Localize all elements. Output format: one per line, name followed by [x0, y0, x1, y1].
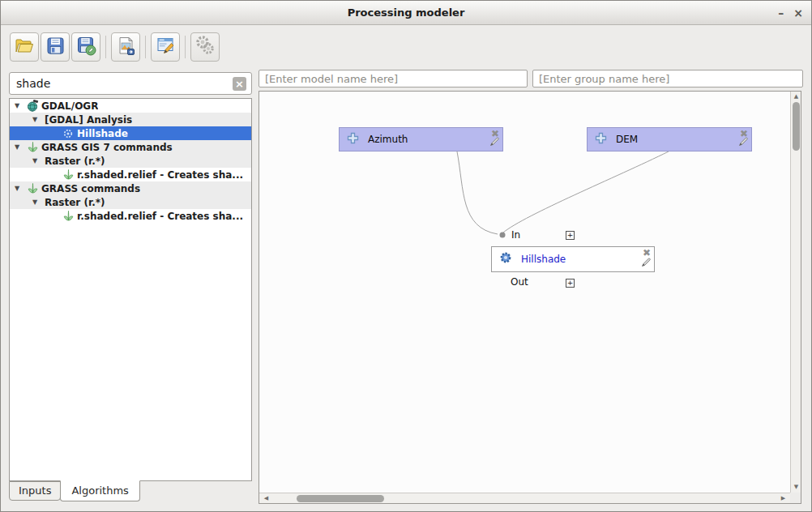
grass-icon — [27, 182, 41, 194]
scroll-down-icon[interactable]: ▼ — [791, 482, 801, 493]
tree-item-grass-commands[interactable]: ▼ GRASS commands — [10, 181, 251, 195]
edit-node-icon[interactable] — [738, 134, 749, 150]
caret-down-icon[interactable]: ▼ — [32, 198, 45, 206]
tree-item-label: Raster (r.*) — [45, 197, 105, 208]
add-input-icon — [595, 132, 607, 147]
node-label: DEM — [616, 134, 638, 145]
run-model-button[interactable] — [190, 32, 220, 62]
edit-model-help-button[interactable] — [151, 32, 180, 62]
tree-item-label: r.shaded.relief - Creates sha... — [77, 169, 243, 181]
gdal-icon — [27, 100, 41, 112]
close-button[interactable]: × — [793, 7, 803, 19]
horizontal-scrollbar[interactable]: ◀ ▶ — [259, 493, 790, 503]
tab-algorithms[interactable]: Algorithms — [60, 480, 139, 501]
edit-node-icon[interactable] — [641, 255, 652, 271]
vertical-scrollbar[interactable]: ▲ ▼ — [790, 92, 801, 493]
scroll-right-icon[interactable]: ▶ — [778, 493, 788, 504]
add-input-icon — [347, 132, 359, 147]
connection-azimuth-to-hillshade — [457, 151, 498, 234]
clear-search-icon[interactable]: × — [233, 77, 246, 91]
model-node-azimuth[interactable]: Azimuth ✖ — [339, 127, 503, 151]
save-model-as-button[interactable] — [71, 32, 100, 62]
scrollbar-corner — [790, 493, 801, 503]
caret-down-icon[interactable]: ▼ — [15, 185, 27, 192]
horizontal-scroll-thumb[interactable] — [297, 495, 384, 502]
tree-item-r-shaded-relief[interactable]: r.shaded.relief - Creates sha... — [10, 209, 251, 223]
export-as-image-button[interactable] — [111, 32, 140, 62]
open-model-button[interactable] — [10, 32, 39, 62]
export-as-image-icon — [116, 36, 136, 59]
model-canvas[interactable]: Azimuth ✖ DEM ✖ In + Hillshade ✖ Out + ▲ — [259, 91, 801, 504]
connection-dem-to-hillshade — [503, 151, 669, 233]
tab-inputs[interactable]: Inputs — [9, 481, 61, 501]
algorithm-tree: ▼ GDAL/OGR ▼ [GDAL] Analysis Hillshade ▼… — [9, 98, 252, 481]
scroll-up-icon[interactable]: ▲ — [791, 92, 801, 102]
open-model-icon — [14, 35, 35, 59]
minimize-button[interactable]: – — [778, 7, 784, 19]
caret-down-icon[interactable]: ▼ — [32, 157, 45, 164]
save-model-as-icon — [76, 36, 96, 59]
tree-item-raster-r[interactable]: ▼ Raster (r.*) — [10, 195, 251, 209]
grass-icon — [62, 210, 77, 222]
edit-model-help-icon — [156, 36, 176, 59]
toolbar-separator — [185, 36, 186, 58]
tree-item-label: GRASS GIS 7 commands — [41, 142, 173, 153]
in-anchor-label: In — [511, 229, 520, 241]
algorithm-gear-icon — [499, 251, 512, 267]
model-name-input[interactable] — [259, 70, 528, 87]
node-label: Azimuth — [368, 134, 408, 145]
caret-down-icon[interactable]: ▼ — [32, 116, 45, 123]
panel-tabs: Inputs Algorithms — [9, 481, 139, 501]
toolbar — [1, 28, 811, 66]
expand-out-button[interactable]: + — [566, 279, 575, 288]
search-input[interactable] — [10, 77, 233, 90]
save-model-button[interactable] — [41, 32, 70, 62]
algorithm-search-box: × — [9, 72, 252, 95]
model-node-hillshade[interactable]: Hillshade ✖ — [491, 246, 655, 272]
node-label: Hillshade — [521, 254, 566, 265]
window-title: Processing modeler — [348, 6, 465, 19]
toolbar-separator — [105, 36, 106, 58]
in-anchor-dot — [500, 233, 506, 238]
processing-modeler-window: Processing modeler – × — [0, 0, 812, 512]
tree-item-label: GDAL/OGR — [41, 100, 98, 112]
grass-icon — [62, 169, 77, 181]
tree-item-gdal-ogr[interactable]: ▼ GDAL/OGR — [10, 99, 251, 113]
tree-item-raster-r[interactable]: ▼ Raster (r.*) — [10, 154, 251, 168]
tree-item-label: r.shaded.relief - Creates sha... — [77, 211, 243, 222]
tree-item-label: Raster (r.*) — [45, 156, 105, 167]
connection-lines — [259, 92, 802, 505]
group-name-input[interactable] — [532, 70, 803, 87]
caret-down-icon[interactable]: ▼ — [15, 143, 27, 151]
tree-item-label: Hillshade — [77, 128, 128, 139]
gear-icon — [62, 128, 77, 139]
expand-in-button[interactable]: + — [566, 231, 575, 240]
tree-item-gdal-analysis[interactable]: ▼ [GDAL] Analysis — [10, 113, 251, 126]
tree-item-label: [GDAL] Analysis — [45, 114, 132, 126]
tree-item-label: GRASS commands — [41, 183, 140, 194]
scroll-left-icon[interactable]: ◀ — [261, 493, 271, 504]
toolbar-separator — [145, 36, 146, 58]
vertical-scroll-thumb[interactable] — [793, 102, 800, 151]
grass-icon — [27, 141, 41, 153]
run-model-icon — [194, 35, 216, 59]
save-model-icon — [45, 36, 66, 59]
tree-item-r-shaded-relief[interactable]: r.shaded.relief - Creates sha... — [10, 168, 251, 181]
out-anchor-label: Out — [511, 276, 528, 288]
titlebar[interactable]: Processing modeler – × — [1, 1, 811, 25]
caret-down-icon[interactable]: ▼ — [15, 102, 27, 109]
edit-node-icon[interactable] — [489, 134, 500, 150]
model-node-dem[interactable]: DEM ✖ — [587, 127, 752, 151]
tree-item-hillshade[interactable]: Hillshade — [10, 126, 251, 140]
tree-item-grass-gis7-commands[interactable]: ▼ GRASS GIS 7 commands — [10, 140, 251, 154]
